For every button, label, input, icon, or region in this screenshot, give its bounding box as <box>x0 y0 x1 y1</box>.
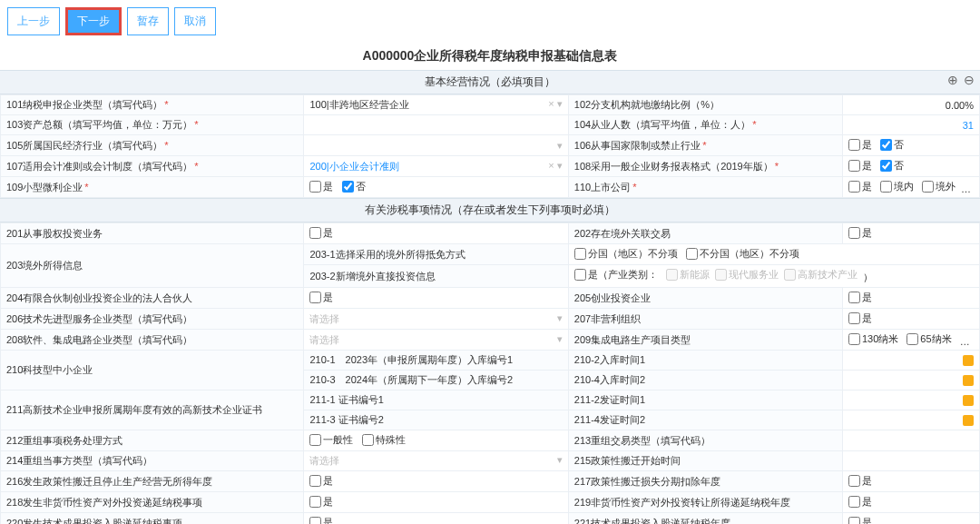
field-107[interactable]: 200|小企业会计准则× ▾ <box>304 156 568 177</box>
label-210-1: 210-1 2023年（申报所属期年度）入库编号1 <box>304 351 568 371</box>
field-108[interactable]: 是 否 <box>842 156 979 177</box>
label-211-4: 211-4发证时间2 <box>568 410 842 430</box>
label-221: 221技术成果投资入股递延纳税年度 <box>568 513 842 525</box>
label-102: 102分支机构就地缴纳比例（%） <box>568 95 842 115</box>
label-211-3: 211-3 证书编号2 <box>304 410 568 430</box>
label-203-1: 203-1选择采用的境外所得抵免方式 <box>304 244 568 265</box>
label-104: 104从业人数（填写平均值，单位：人）* <box>568 115 842 135</box>
label-210: 210科技型中小企业 <box>1 351 304 391</box>
field-203-1[interactable]: 分国（地区）不分项 不分国（地区）不分项 <box>568 244 979 265</box>
field-214[interactable]: 请选择▾ <box>304 451 568 471</box>
field-103[interactable] <box>304 115 568 135</box>
field-213[interactable] <box>842 430 979 451</box>
section-tax: 有关涉税事项情况（存在或者发生下列事项时必填） <box>0 198 980 222</box>
field-212[interactable]: 一般性 特殊性 <box>304 430 568 451</box>
field-211-2[interactable] <box>842 391 979 410</box>
label-210-2: 210-2入库时间1 <box>568 351 842 371</box>
label-212: 212重组事项税务处理方式 <box>1 430 304 451</box>
label-214: 214重组当事方类型（填写代码） <box>1 451 304 471</box>
calendar-icon <box>963 375 974 386</box>
label-107: 107适用会计准则或会计制度（填写代码）* <box>1 156 304 177</box>
field-215[interactable] <box>842 451 979 471</box>
field-210-2[interactable] <box>842 351 979 371</box>
label-215: 215政策性搬迁开始时间 <box>568 451 842 471</box>
field-101[interactable]: 100|非跨地区经营企业× ▾ <box>304 95 568 115</box>
label-220: 220发生技术成果投资入股递延纳税事项 <box>1 513 304 525</box>
label-209: 209集成电路生产项目类型 <box>568 330 842 351</box>
label-206: 206技术先进型服务企业类型（填写代码） <box>1 309 304 330</box>
field-220[interactable]: 是 <box>304 513 568 525</box>
field-201[interactable]: 是 <box>304 223 568 244</box>
calendar-icon <box>963 415 974 426</box>
label-217: 217政策性搬迁损失分期扣除年度 <box>568 471 842 492</box>
label-211-2: 211-2发证时间1 <box>568 391 842 410</box>
label-205: 205创业投资企业 <box>568 288 842 309</box>
field-217[interactable]: 是 <box>842 471 979 492</box>
field-221[interactable]: 是 <box>842 513 979 525</box>
zoom-in-icon[interactable]: ⊕ <box>947 73 958 87</box>
field-211-4[interactable] <box>842 410 979 430</box>
label-109: 109小型微利企业* <box>1 177 304 198</box>
field-202[interactable]: 是 <box>842 223 979 244</box>
label-101: 101纳税申报企业类型（填写代码）* <box>1 95 304 115</box>
field-110[interactable]: 是 境内 境外 否 <box>842 177 979 198</box>
save-draft-button[interactable]: 暂存 <box>127 7 169 35</box>
label-218: 218发生非货币性资产对外投资递延纳税事项 <box>1 492 304 513</box>
label-211-1: 211-1 证书编号1 <box>304 391 568 410</box>
label-108: 108采用一般企业财务报表格式（2019年版）* <box>568 156 842 177</box>
label-208: 208软件、集成电路企业类型（填写代码） <box>1 330 304 351</box>
label-211: 211高新技术企业申报所属期年度有效的高新技术企业证书 <box>1 391 304 430</box>
calendar-icon <box>963 355 974 366</box>
field-204[interactable]: 是 <box>304 288 568 309</box>
field-205[interactable]: 是 <box>842 288 979 309</box>
label-203-2: 203-2新增境外直接投资信息 <box>304 265 568 288</box>
field-219[interactable]: 是 <box>842 492 979 513</box>
section-basic: 基本经营情况（必填项目） ⊕ ⊖ <box>0 70 980 94</box>
field-207[interactable]: 是 <box>842 309 979 330</box>
calendar-icon <box>963 395 974 406</box>
label-105: 105所属国民经济行业（填写代码）* <box>1 135 304 156</box>
label-204: 204有限合伙制创业投资企业的法人合伙人 <box>1 288 304 309</box>
cancel-button[interactable]: 取消 <box>174 7 216 35</box>
label-106: 106从事国家限制或禁止行业* <box>568 135 842 156</box>
field-216[interactable]: 是 <box>304 471 568 492</box>
prev-step-button[interactable]: 上一步 <box>7 7 60 35</box>
field-210-4[interactable] <box>842 371 979 391</box>
field-206[interactable]: 请选择▾ <box>304 309 568 330</box>
label-110: 110上市公司* <box>568 177 842 198</box>
label-213: 213重组交易类型（填写代码） <box>568 430 842 451</box>
label-201: 201从事股权投资业务 <box>1 223 304 244</box>
field-106[interactable]: 是 否 <box>842 135 979 156</box>
field-109[interactable]: 是 否 <box>304 177 568 198</box>
label-103: 103资产总额（填写平均值，单位：万元）* <box>1 115 304 135</box>
label-210-4: 210-4入库时间2 <box>568 371 842 391</box>
field-209[interactable]: 130纳米 65纳米 28纳米 <box>842 330 979 351</box>
label-216: 216发生政策性搬迁且停止生产经营无所得年度 <box>1 471 304 492</box>
zoom-out-icon[interactable]: ⊖ <box>964 73 975 87</box>
label-210-3: 210-3 2024年（所属期下一年度）入库编号2 <box>304 371 568 391</box>
field-104[interactable]: 31 <box>842 115 979 135</box>
label-203: 203境外所得信息 <box>1 244 304 288</box>
field-218[interactable]: 是 <box>304 492 568 513</box>
label-207: 207非营利组织 <box>568 309 842 330</box>
label-202: 202存在境外关联交易 <box>568 223 842 244</box>
label-219: 219非货币性资产对外投资转让所得递延纳税年度 <box>568 492 842 513</box>
field-102: 0.00% <box>842 95 979 115</box>
page-title: A000000企业所得税年度纳税申报基础信息表 <box>0 43 980 70</box>
next-step-button[interactable]: 下一步 <box>65 7 122 35</box>
field-208[interactable]: 请选择▾ <box>304 330 568 351</box>
field-203-2[interactable]: 是（产业类别： 新能源现代服务业高新技术产业） <box>568 265 979 288</box>
field-105[interactable]: ▾ <box>304 135 568 156</box>
